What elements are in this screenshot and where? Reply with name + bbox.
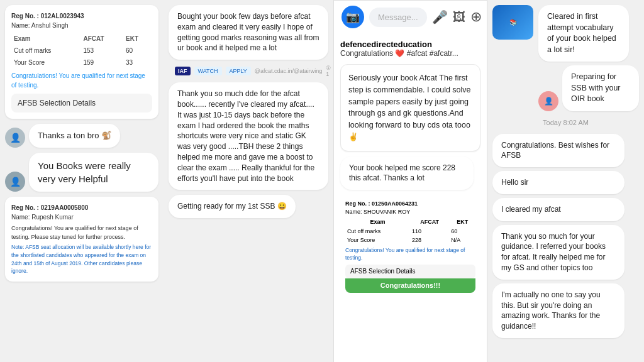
bubble-ssb: Getting ready for my 1st SSB 😀 — [169, 195, 296, 218]
ssb-bubble: Preparing for SSB with your OIR book — [562, 65, 639, 111]
chat-row-1: 👤 Thanks a ton bro 🐒 — [5, 124, 158, 148]
congrats-bottom: Congratulations! You are qualified for n… — [11, 224, 152, 241]
caption: Congratulations ❤️ #afcat #afcatr... — [340, 49, 480, 58]
afsb-label-1: AFSB Selection Details — [11, 94, 152, 112]
left-column: Reg No. : 012AL0023943 Name: Anshul Sing… — [0, 0, 164, 362]
congrats-center: Congratulations! You are qualified for n… — [345, 247, 475, 262]
table-row: Cut off marks 110 60 — [345, 227, 475, 236]
right-chat: Congratulations. Best wishes for AFSB He… — [492, 134, 639, 339]
iaf-badge: IAF — [175, 67, 191, 75]
messenger-body: defencedirecteducation Congratulations ❤… — [334, 33, 487, 362]
bubble-thanks: Thanks a ton bro 🐒 — [29, 124, 120, 148]
username: defencedirecteducation — [340, 40, 480, 49]
plus-icon[interactable]: ⊕ — [470, 9, 482, 25]
congrats-text-1: Congratulations! You are qualified for n… — [11, 71, 152, 90]
reg-no-1: Reg No. : 012AL0023943 — [11, 11, 152, 21]
post-header: defencedirecteducation Congratulations ❤… — [340, 40, 480, 58]
timestamp: Today 8:02 AM — [492, 119, 639, 126]
right-top-bubbles: Cleared in first attempt vocabulary of y… — [538, 5, 639, 111]
bubble-thankyou: Thank you so much dde for the afcat book… — [169, 82, 328, 190]
center-left-column: Bought your book few days before afcat e… — [164, 0, 333, 362]
chat-bubble-4: Thank you so much for your guidance. I r… — [492, 225, 625, 280]
iaf-handle: @afcat.cdac.in/@atairwing — [255, 68, 322, 74]
right-column: 📚 Cleared in first attempt vocabulary of… — [487, 0, 644, 362]
reg-no-bottom: Reg No. : 0219AA0005800 — [11, 203, 152, 212]
table-row: Cut off marks 153 60 — [11, 45, 152, 57]
col-exam: Exam — [11, 33, 80, 45]
chat-row-2: 👤 You Books were really very very Helpfu… — [5, 153, 158, 192]
bubble-books: You Books were really very very Helpful — [29, 153, 158, 192]
bubble-bought: Bought your book few days before afcat e… — [169, 5, 328, 60]
cleared-bubble: Cleared in first attempt vocabulary of y… — [538, 5, 629, 62]
watch-badge: WATCH — [194, 67, 222, 75]
reg-center: Reg No. : 01250AA0064231 — [345, 200, 475, 208]
avatar-1: 👤 — [5, 128, 25, 148]
name-center: Name: SHOUVANIK ROY — [345, 208, 475, 216]
score-card-1: Reg No. : 012AL0023943 Name: Anshul Sing… — [5, 5, 158, 119]
mic-icon[interactable]: 🎤 — [432, 9, 448, 25]
note-bottom: Note: AFSB seat allocation will be avail… — [11, 243, 152, 275]
congrats-green: Congratulations!!! — [345, 278, 475, 293]
table-row: Your Score 159 33 — [11, 57, 152, 69]
messenger-column: 📷 Message... 🎤 🖼 ⊕ defencedirecteducatio… — [333, 0, 487, 362]
table-row: Your Score 228 N/A — [345, 236, 475, 245]
avatar-2: 👤 — [5, 172, 25, 192]
iaf-counter: ① 1 — [326, 65, 331, 77]
chat-bubble-3: I cleared my afcat — [492, 198, 625, 221]
image-icon[interactable]: 🖼 — [453, 10, 465, 25]
score-card-bottom: Reg No. : 0219AA0005800 Name: Rupesh Kum… — [5, 197, 158, 282]
col-afcat: AFCAT — [80, 33, 123, 45]
apply-badge: APPLY — [226, 67, 251, 75]
avatar-right: 👤 — [538, 91, 558, 111]
message-input[interactable]: Message... — [369, 8, 427, 27]
ssb-row: 👤 Preparing for SSB with your OIR book — [538, 65, 639, 111]
score-card-center: Reg No. : 01250AA0064231 Name: SHOUVANIK… — [340, 195, 480, 298]
name-1: Name: Anshul Singh — [11, 21, 152, 30]
chat-bubble-2: Hello sir — [492, 171, 625, 194]
name-bottom: Name: Rupesh Kumar — [11, 212, 152, 222]
iaf-row: IAF WATCH APPLY @afcat.cdac.in/@atairwin… — [175, 65, 328, 77]
afsb-center: AFSB Selection Details — [345, 265, 475, 278]
big-message-bubble: Seriously your book Afcat The first step… — [340, 64, 480, 151]
right-top: 📚 Cleared in first attempt vocabulary of… — [492, 5, 639, 111]
chat-bubble-5: I'm actually no one to say you this. But… — [492, 283, 625, 338]
book-thumbnail: 📚 — [492, 5, 533, 40]
messenger-input-bar: 📷 Message... 🎤 🖼 ⊕ — [334, 0, 487, 33]
chat-bubble-1: Congratulations. Best wishes for AFSB — [492, 134, 625, 168]
score-bubble: Your book helped me score 228 this afcat… — [340, 156, 474, 190]
col-ekt: EKT — [123, 33, 152, 45]
camera-icon[interactable]: 📷 — [341, 6, 364, 28]
